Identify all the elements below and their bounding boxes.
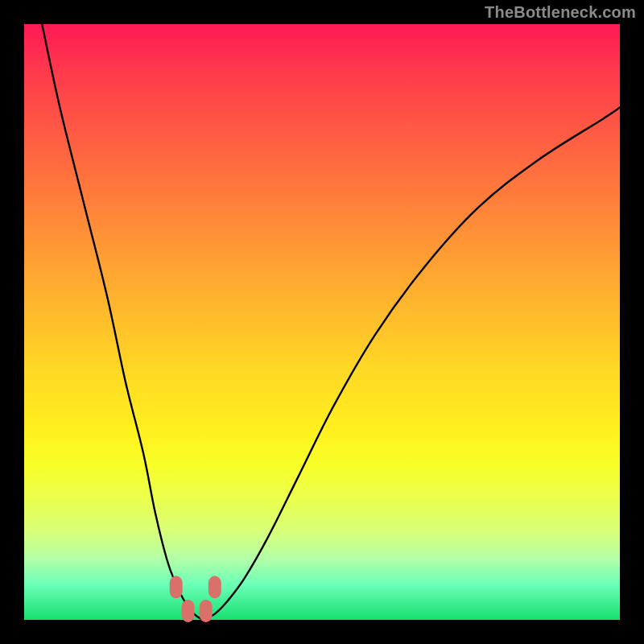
curve-layer	[42, 24, 620, 620]
series-curve-b	[203, 108, 620, 620]
watermark-text: TheBottleneck.com	[485, 3, 636, 22]
marker-0	[170, 576, 183, 598]
chart-frame: TheBottleneck.com	[0, 0, 644, 644]
marker-3	[208, 576, 221, 598]
series-curve-a	[42, 24, 203, 620]
chart-plot-area	[24, 24, 620, 620]
marker-2	[200, 600, 213, 622]
marker-1	[182, 600, 195, 622]
chart-svg	[24, 24, 620, 620]
